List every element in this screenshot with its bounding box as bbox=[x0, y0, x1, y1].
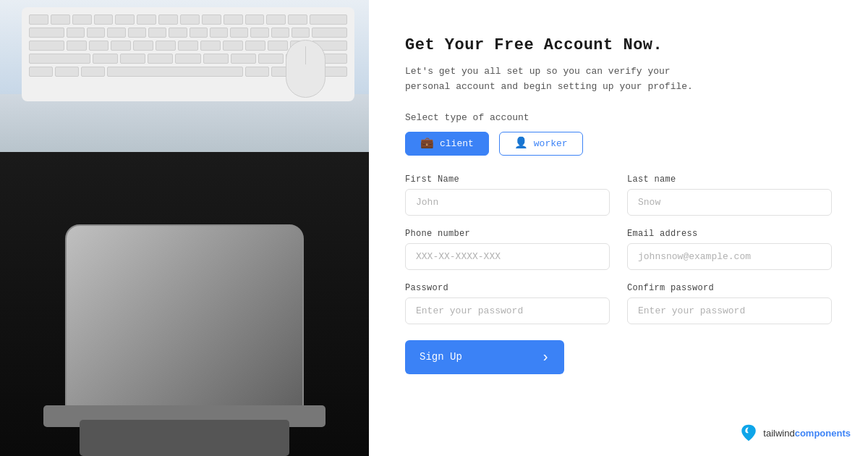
worker-label: worker bbox=[534, 138, 568, 149]
brand-logo: tailwindcomponents bbox=[739, 423, 851, 443]
confirm-password-label: Confirm password bbox=[627, 283, 832, 293]
account-type-label: Select type of account bbox=[405, 112, 832, 123]
email-group: Email address bbox=[627, 229, 832, 270]
last-name-input[interactable] bbox=[627, 189, 832, 216]
confirm-password-group: Confirm password bbox=[627, 283, 832, 324]
email-label: Email address bbox=[627, 229, 832, 239]
confirm-password-input[interactable] bbox=[627, 297, 832, 324]
signup-label: Sign Up bbox=[420, 351, 462, 363]
form-panel: Get Your Free Account Now. Let's get you… bbox=[369, 0, 868, 456]
form-subtitle: Let's get you all set up so you can veri… bbox=[405, 64, 716, 95]
form-fields: First Name Last name Phone number Email … bbox=[405, 174, 832, 324]
email-input[interactable] bbox=[627, 243, 832, 270]
last-name-group: Last name bbox=[627, 174, 832, 216]
account-type-buttons: 💼 client 👤 worker bbox=[405, 132, 832, 156]
brand-accent: components bbox=[795, 428, 851, 439]
first-name-input[interactable] bbox=[405, 189, 610, 216]
brand-text: tailwindcomponents bbox=[763, 428, 851, 439]
desk-surface bbox=[0, 94, 369, 152]
person-icon: 👤 bbox=[514, 138, 528, 149]
form-title: Get Your Free Account Now. bbox=[405, 36, 832, 54]
password-label: Password bbox=[405, 283, 610, 293]
phone-group: Phone number bbox=[405, 229, 610, 270]
mouse bbox=[286, 40, 326, 98]
phone-input[interactable] bbox=[405, 243, 610, 270]
signup-arrow-icon: › bbox=[541, 349, 550, 366]
first-name-label: First Name bbox=[405, 174, 610, 185]
password-group: Password bbox=[405, 283, 610, 324]
client-label: client bbox=[440, 138, 474, 149]
brand-icon bbox=[739, 423, 759, 443]
briefcase-icon: 💼 bbox=[420, 138, 434, 149]
worker-button[interactable]: 👤 worker bbox=[499, 132, 583, 156]
phone-label: Phone number bbox=[405, 229, 610, 239]
client-button[interactable]: 💼 client bbox=[405, 132, 489, 156]
last-name-label: Last name bbox=[627, 174, 832, 185]
password-input[interactable] bbox=[405, 297, 610, 324]
photo-panel bbox=[0, 0, 369, 456]
chair bbox=[22, 203, 347, 456]
first-name-group: First Name bbox=[405, 174, 610, 216]
signup-button[interactable]: Sign Up › bbox=[405, 340, 564, 374]
